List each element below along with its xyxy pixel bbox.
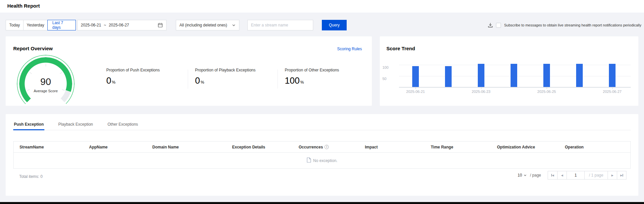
date-start: 2025-06-21 (81, 23, 101, 27)
current-page-input[interactable]: 1 (567, 171, 584, 179)
exceptions-table: StreamNameAppNameDomain NameException De… (13, 141, 631, 169)
last-page-button[interactable]: ▶ (617, 171, 626, 179)
filter-bar: Today Yesterday Last 7 days 2025-06-21 ~… (0, 20, 644, 30)
x-axis-label: 2025-06-21 (402, 90, 429, 94)
window-bottom-edge (0, 202, 644, 204)
tab-push-exception[interactable]: Push Exception (13, 120, 44, 130)
column-header-optimization-advice: Optimization Advice (491, 145, 559, 149)
subscribe-label: Subscribe to messages to obtain live str… (504, 23, 641, 27)
scoring-rules-link[interactable]: Scoring Rules (337, 47, 362, 51)
subscribe-area: Subscribe to messages to obtain live str… (488, 20, 641, 30)
table-empty-state: No exception. (14, 153, 630, 168)
metric-playback-exceptions: Proportion of Playback Exceptions 0% (195, 68, 271, 86)
document-icon (307, 157, 311, 164)
x-axis-label: 2025-06-27 (599, 90, 625, 94)
range-button-today[interactable]: Today (6, 20, 24, 30)
bar-2025-06-21 (412, 66, 419, 87)
score-trend-title: Score Trend (386, 46, 415, 51)
bar-2025-06-23 (478, 64, 484, 87)
per-page-label: / page (530, 173, 541, 178)
column-header-appname: AppName (83, 145, 146, 149)
column-header-domain-name: Domain Name (146, 145, 226, 149)
metric-value: 0% (106, 76, 182, 86)
report-overview-card: Report Overview Scoring Rules 90 Average… (6, 36, 372, 106)
exception-tabs: Push ExceptionPlayback ExceptionOther Ex… (13, 120, 631, 130)
page-size-value: 10 (518, 173, 522, 178)
report-overview-title: Report Overview (13, 46, 53, 51)
tab-other-exceptions[interactable]: Other Exceptions (107, 120, 139, 130)
y-axis-tick-50: 50 (382, 77, 396, 81)
empty-text: No exception. (313, 158, 337, 163)
chevron-down-icon (523, 174, 527, 177)
pagination: 10 / page ◀ ◀ 1 / 1 page ▶ ▶ (518, 171, 626, 180)
average-score-gauge: 90 Average Score (19, 57, 72, 110)
x-axis-tick (481, 88, 481, 89)
x-axis-label: 2025-06-25 (533, 90, 560, 94)
x-axis-label: 2025-06-23 (468, 90, 494, 94)
column-header-time-range: Time Range (425, 145, 491, 149)
download-icon[interactable] (488, 22, 493, 28)
metric-push-exceptions: Proportion of Push Exceptions 0% (106, 68, 182, 86)
column-header-exception-details: Exception Details (226, 145, 293, 149)
score-trend-card: Score Trend 100 50 2025-06-212025-06-232… (380, 36, 638, 106)
column-header-impact: Impact (359, 145, 425, 149)
pager-button-group: ◀ ◀ 1 / 1 page ▶ ▶ (548, 171, 626, 180)
metric-value: 0% (195, 76, 271, 86)
column-header-occurrences: Occurrencesi (293, 145, 359, 149)
date-separator: ~ (104, 23, 106, 27)
x-axis-tick (612, 88, 613, 89)
page-title: Health Report (7, 3, 40, 9)
first-page-button[interactable]: ◀ (548, 171, 557, 179)
date-range-button-group: Today Yesterday Last 7 days (6, 20, 76, 30)
table-header-row: StreamNameAppNameDomain NameException De… (14, 142, 630, 153)
total-items-label: Total items: 0 (19, 174, 43, 179)
metric-value: 100% (285, 76, 361, 86)
bar-2025-06-27 (609, 64, 616, 87)
bar-2025-06-22 (445, 66, 452, 87)
calendar-icon[interactable] (158, 22, 163, 28)
metric-label: Proportion of Push Exceptions (106, 68, 182, 72)
bar-2025-06-25 (543, 64, 550, 87)
stream-filter-select[interactable]: All (including deleted ones) (176, 20, 239, 30)
stream-filter-selected-value: All (including deleted ones) (179, 23, 227, 27)
column-header-operation: Operation (559, 145, 630, 149)
y-axis-tick-100: 100 (382, 65, 396, 69)
total-pages-label: / 1 page (584, 171, 608, 179)
range-button-yesterday[interactable]: Yesterday (23, 20, 48, 30)
x-axis-line (399, 87, 631, 88)
page-size-select[interactable]: 10 (518, 173, 526, 178)
gauge-score-value: 90 (19, 76, 72, 87)
query-button[interactable]: Query (322, 20, 347, 30)
bar-2025-06-24 (511, 64, 517, 87)
top-bar: Health Report (0, 0, 644, 13)
score-trend-chart: 2025-06-212025-06-232025-06-252025-06-27 (399, 61, 631, 88)
metric-label: Proportion of Other Exceptions (285, 68, 361, 72)
gauge-score-label: Average Score (19, 89, 72, 93)
chevron-down-icon (232, 23, 236, 27)
bar-2025-06-26 (576, 64, 583, 87)
tab-playback-exception[interactable]: Playback Exception (58, 120, 94, 130)
previous-page-button[interactable]: ◀ (557, 171, 567, 179)
stream-name-input[interactable] (247, 20, 313, 30)
metric-label: Proportion of Playback Exceptions (195, 68, 271, 72)
range-button-last-7-days[interactable]: Last 7 days (47, 20, 76, 30)
x-axis-tick (547, 88, 547, 89)
metric-separator (277, 69, 278, 89)
info-icon[interactable]: i (324, 145, 329, 149)
x-axis-tick (416, 88, 416, 89)
exceptions-card: Push ExceptionPlayback ExceptionOther Ex… (6, 114, 638, 196)
date-range-picker[interactable]: 2025-06-21 ~ 2025-06-27 (77, 20, 167, 30)
subscribe-checkbox[interactable] (496, 23, 501, 28)
metric-separator (188, 69, 188, 89)
column-header-streamname: StreamName (14, 145, 83, 149)
date-end: 2025-06-27 (109, 23, 129, 27)
metric-other-exceptions: Proportion of Other Exceptions 100% (285, 68, 361, 86)
next-page-button[interactable]: ▶ (608, 171, 617, 179)
